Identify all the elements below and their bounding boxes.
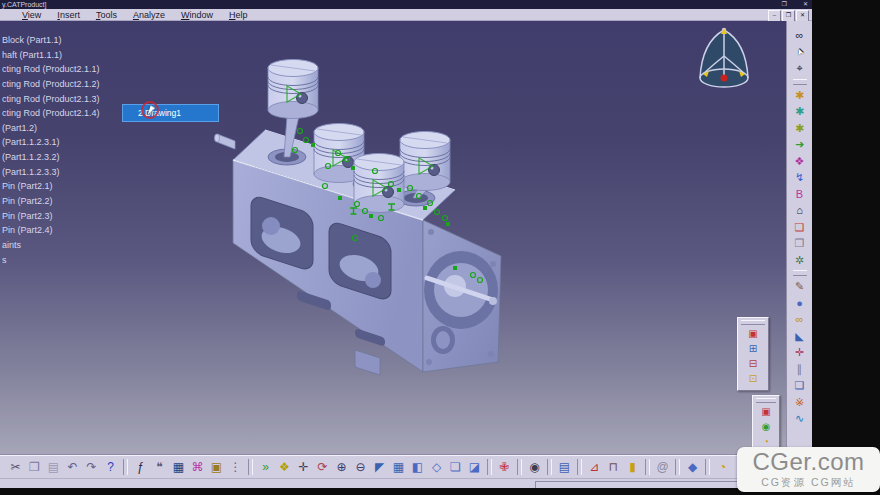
comment-icon[interactable]: ❝ — [150, 457, 169, 477]
undo-icon[interactable]: ↶ — [63, 457, 82, 477]
zoom-out-icon[interactable]: ⊖ — [351, 457, 370, 477]
cut-icon[interactable]: ✂ — [6, 457, 25, 477]
tree-item-part1-2[interactable]: (Part1.2) — [2, 121, 100, 136]
menu-analyze[interactable]: Analyze — [125, 10, 173, 20]
multi-view-icon[interactable]: ▦ — [389, 457, 408, 477]
menu-tools[interactable]: Tools — [88, 10, 125, 20]
formula-icon[interactable]: ƒ — [131, 457, 150, 477]
normal-view-icon[interactable]: ◤ — [370, 457, 389, 477]
tree-item-crankshaft[interactable]: haft (Part1.1.1) — [2, 48, 100, 63]
menu-window[interactable]: Window — [173, 10, 221, 20]
specs-axis-icon[interactable]: ✙ — [495, 457, 514, 477]
window-layout-icon[interactable]: ❏ — [790, 219, 810, 236]
3d-viewport[interactable]: Block (Part1.1)haft (Part1.1.1)cting Rod… — [0, 21, 786, 455]
engine-assembly-model[interactable] — [205, 28, 525, 383]
analysis-gear-icon[interactable]: ◔ — [713, 457, 732, 477]
paste-icon[interactable]: ▤ — [44, 457, 63, 477]
tree-structure-icon[interactable]: ⋮ — [226, 457, 245, 477]
tree-item-constraints[interactable]: aints — [2, 238, 100, 253]
settings-gear-icon[interactable]: ✲ — [790, 252, 810, 269]
menu-insert[interactable]: Insert — [49, 10, 88, 20]
zoom-in-icon[interactable]: ⊕ — [332, 457, 351, 477]
rotate-icon[interactable]: ⟳ — [313, 457, 332, 477]
tree-item-connecting-rod-1[interactable]: cting Rod (Product2.1.1) — [2, 62, 100, 77]
tree-item-connecting-rod-3[interactable]: cting Rod (Product2.1.3) — [2, 92, 100, 107]
menu-items: ViewInsertToolsAnalyzeWindowHelp — [14, 10, 255, 20]
watermark: CGer.com CG资源 CG网站 — [737, 447, 880, 492]
titlebar-restore-button[interactable]: ❐ — [782, 0, 787, 9]
measure-item-icon[interactable]: ⊿ — [585, 457, 604, 477]
clip-icon[interactable]: ∥ — [790, 361, 810, 378]
tree-item-pin-2[interactable]: Pin (Part2.2) — [2, 194, 100, 209]
viewport-frame-icon[interactable]: ❏ — [790, 377, 810, 394]
lock-icon[interactable]: ▣ — [207, 457, 226, 477]
cone-icon[interactable]: ◣ — [790, 328, 810, 345]
menu-help[interactable]: Help — [221, 10, 256, 20]
part-design-icon[interactable]: B — [790, 186, 810, 203]
tree-item-pin-1[interactable]: Pin (Part2.1) — [2, 179, 100, 194]
watermark-title: CGer.com — [737, 447, 880, 476]
tree-item-engine-block[interactable]: Block (Part1.1) — [2, 33, 100, 48]
measure-inertia-icon[interactable]: ⊓ — [604, 457, 623, 477]
spiral-icon[interactable]: @ — [653, 457, 672, 477]
sphere-icon[interactable]: ● — [790, 295, 810, 312]
piston-3[interactable] — [354, 154, 404, 213]
constraint-fix-icon[interactable]: ⊡ — [743, 371, 763, 386]
tree-item-part1-1-2-3-2[interactable]: (Part1.1.2.3.2) — [2, 150, 100, 165]
analyze-toolbar: ▣◉◔ — [752, 395, 780, 455]
design-table-icon[interactable]: ⌘ — [188, 457, 207, 477]
tree-item-connecting-rod-2[interactable]: cting Rod (Product2.1.2) — [2, 77, 100, 92]
toolbar-grip — [793, 270, 807, 276]
tree-item-part1-1-2-3-1[interactable]: (Part1.1.2.3.1) — [2, 135, 100, 150]
palette-icon[interactable]: ※ — [790, 394, 810, 411]
pan-icon[interactable]: ✛ — [294, 457, 313, 477]
tree-item-connecting-rod-4[interactable]: cting Rod (Product2.1.4) — [2, 106, 100, 121]
swoosh-icon[interactable]: ∿ — [790, 410, 810, 427]
fit-all-icon[interactable]: ❖ — [275, 457, 294, 477]
constraint-contact-icon[interactable]: ⊟ — [743, 356, 763, 371]
sketch-pencil-icon[interactable]: ✎ — [790, 278, 810, 295]
window-gray-icon[interactable]: ❐ — [790, 235, 810, 252]
view-compass[interactable] — [696, 26, 752, 92]
kinematics-icon[interactable]: ↯ — [790, 169, 810, 186]
constraints-ok-icon[interactable]: ◉ — [756, 419, 776, 434]
named-view-icon[interactable]: ❏ — [446, 457, 465, 477]
product-structure-icon[interactable]: ❖ — [790, 153, 810, 170]
whats-this-icon[interactable]: ? — [101, 457, 120, 477]
constraint-create-icon[interactable]: ⊞ — [743, 341, 763, 356]
toolbar-separator — [705, 459, 710, 475]
camera-icon[interactable]: ◉ — [525, 457, 544, 477]
toolbar-separator — [123, 459, 128, 475]
compass-origin-dot[interactable] — [721, 75, 728, 82]
menu-view[interactable]: View — [14, 10, 49, 20]
machine-gear-icon[interactable]: ✱ — [790, 120, 810, 137]
titlebar-close-button[interactable]: ✕ — [803, 0, 808, 9]
update-all-icon[interactable]: ▣ — [743, 326, 763, 341]
tree-item-applications[interactable]: s — [2, 253, 100, 268]
fly-mode-icon[interactable]: » — [256, 457, 275, 477]
tree-item-pin-3[interactable]: Pin (Part2.3) — [2, 209, 100, 224]
tree-item-pin-4[interactable]: Pin (Part2.4) — [2, 223, 100, 238]
update-icon[interactable]: ▣ — [756, 404, 776, 419]
update-gear-icon[interactable]: ✱ — [790, 87, 810, 104]
knowledge-icon[interactable]: ▦ — [169, 457, 188, 477]
crankshaft-stub[interactable] — [215, 134, 236, 149]
plane-icon[interactable]: ◆ — [683, 457, 702, 477]
window-menu-item-drawing1[interactable]: 2 Drawing1 — [122, 104, 219, 122]
toolbar-grip[interactable] — [756, 398, 777, 403]
toolbar-separator — [248, 459, 253, 475]
annotation-lock-icon[interactable]: ▮ — [623, 457, 642, 477]
axis-cross-icon[interactable]: ✛ — [790, 344, 810, 361]
wheels-icon[interactable]: ∞ — [790, 311, 810, 328]
tree-item-part1-1-2-3-3[interactable]: (Part1.1.2.3.3) — [2, 165, 100, 180]
toolbar-grip[interactable] — [741, 320, 765, 325]
shaded-view-icon[interactable]: ◧ — [408, 457, 427, 477]
copy-icon[interactable]: ❐ — [25, 457, 44, 477]
wireframe-view-icon[interactable]: ◇ — [427, 457, 446, 477]
mold-gear-icon[interactable]: ✱ — [790, 103, 810, 120]
insert-component-icon[interactable]: ➜ — [790, 136, 810, 153]
redo-icon[interactable]: ↷ — [82, 457, 101, 477]
catalog-browser-icon[interactable]: ⌂ — [790, 202, 810, 219]
full-screen-icon[interactable]: ◪ — [465, 457, 484, 477]
printer-icon[interactable]: ▤ — [555, 457, 574, 477]
